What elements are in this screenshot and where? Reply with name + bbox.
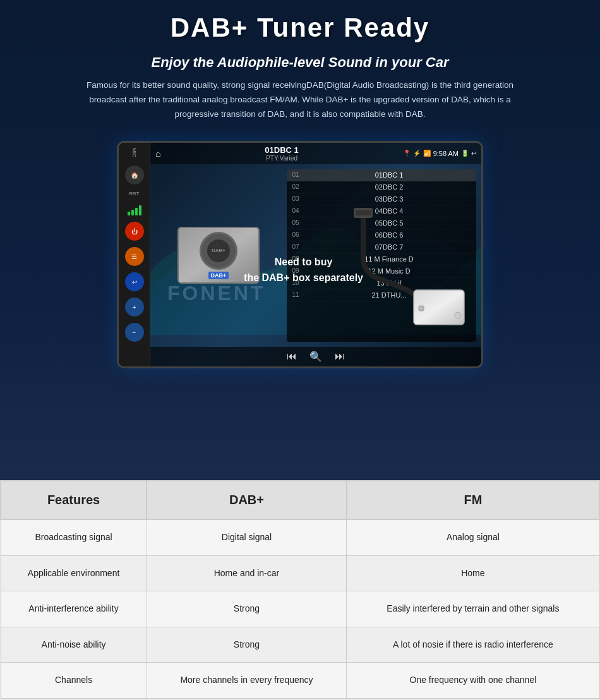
table-row-5: Channels More channels in every frequenc… [1, 663, 599, 699]
station-name: 01DBC 1 [165, 145, 397, 155]
svg-rect-4 [455, 312, 461, 318]
ch-num-2: 02 [291, 183, 301, 190]
channel-item-3[interactable]: 03 03DBC 3 [287, 193, 476, 205]
dab-label: DAB+ [208, 272, 229, 279]
menu-button[interactable]: ☰ [125, 247, 144, 266]
left-controls: MIC 🏠 RST ⏻ ☰ ↩ + − [119, 143, 150, 366]
vol-down-button[interactable]: − [125, 323, 144, 342]
location-icon: 📍 [403, 150, 411, 157]
row1-feature: Broadcasting signal [1, 519, 147, 555]
channel-item-2[interactable]: 02 02DBC 2 [287, 181, 476, 193]
bluetooth-icon: ⚡ [413, 150, 421, 157]
time-display: 9:58 AM [433, 150, 459, 157]
svg-rect-3 [419, 306, 424, 311]
svg-rect-1 [356, 210, 371, 215]
top-section: DAB+ Tuner Ready Enjoy the Audiophile-le… [0, 0, 600, 480]
table-row-3: Anti-interference ability Strong Easily … [1, 591, 599, 627]
row3-feature: Anti-interference ability [1, 591, 147, 627]
row3-fm: Easily interfered by terrain and other s… [347, 591, 599, 627]
top-bar: ⌂ 01DBC 1 PTY:Varied 📍 ⚡ 📶 9:58 AM 🔋 [150, 143, 481, 164]
main-title: DAB+ Tuner Ready [25, 13, 575, 43]
row4-fm: A lot of nosie if there is radio interfe… [347, 627, 599, 663]
next-button[interactable]: ⏭ [335, 351, 345, 362]
comparison-section: Features DAB+ FM Broadcasting signal Dig… [0, 480, 600, 699]
ch-name-2: 02DBC 2 [306, 183, 472, 191]
back-button[interactable]: ↩ [125, 272, 144, 291]
table-row-1: Broadcasting signal Digital signal Analo… [1, 519, 599, 555]
ch-num-1: 01 [291, 171, 301, 178]
col-header-dab: DAB+ [147, 481, 347, 519]
power-button[interactable]: ⏻ [125, 222, 144, 241]
bar3 [135, 208, 138, 215]
speaker-inner: DAB+ [206, 238, 231, 263]
home-button[interactable]: 🏠 [125, 166, 144, 184]
prev-button[interactable]: ⏮ [287, 351, 297, 362]
screen-wrapper: MIC 🏠 RST ⏻ ☰ ↩ + − [117, 141, 483, 368]
status-icons: 📍 ⚡ 📶 9:58 AM 🔋 ↩ [403, 150, 476, 157]
wifi-icon: 📶 [423, 150, 431, 157]
row1-dab: Digital signal [147, 519, 347, 555]
station-info: 01DBC 1 PTY:Varied [165, 145, 397, 162]
mic-label: MIC [131, 148, 137, 157]
ch-name-3: 03DBC 3 [306, 195, 472, 203]
col-header-fm: FM [347, 481, 599, 519]
row5-feature: Channels [1, 663, 147, 699]
bar4 [139, 205, 141, 215]
control-bar: ⏮ 🔍 ⏭ [150, 347, 481, 366]
row1-fm: Analog signal [347, 519, 599, 555]
row5-dab: More channels in every frequency [147, 663, 347, 699]
signal-bars [128, 205, 141, 215]
dab-speaker-label: DAB+ [212, 248, 225, 253]
ch-num-7: 07 [291, 243, 301, 250]
dab-box-image [344, 208, 471, 337]
row5-fm: One frequency with one channel [347, 663, 599, 699]
bar2 [131, 210, 134, 215]
col-header-features: Features [1, 481, 147, 519]
ch-num-4: 04 [291, 207, 301, 214]
ch-num-6: 06 [291, 231, 301, 238]
description: Famous for its better sound quality, str… [85, 78, 515, 122]
ch-num-11: 11 [291, 291, 301, 298]
cable-svg [344, 208, 471, 334]
row4-feature: Anti-noise ability [1, 627, 147, 663]
bar1 [128, 212, 130, 215]
ch-num-5: 05 [291, 219, 301, 226]
row2-dab: Home and in-car [147, 555, 347, 591]
row3-dab: Strong [147, 591, 347, 627]
battery-icon: 🔋 [461, 150, 469, 157]
row2-fm: Home [347, 555, 599, 591]
subtitle: Enjoy the Audiophile-level Sound in your… [25, 54, 575, 71]
pty-info: PTY:Varied [165, 155, 397, 162]
table-row-2: Applicable environment Home and in-car H… [1, 555, 599, 591]
rst-label: RST [129, 191, 140, 196]
radio-speaker: DAB+ [200, 232, 237, 270]
search-button[interactable]: 🔍 [309, 351, 322, 363]
channel-item-1[interactable]: 01 01DBC 1 [287, 169, 476, 181]
house-icon: ⌂ [155, 148, 160, 159]
back-nav-icon[interactable]: ↩ [471, 150, 476, 157]
vol-up-button[interactable]: + [125, 298, 144, 317]
row2-feature: Applicable environment [1, 555, 147, 591]
comparison-table: Features DAB+ FM Broadcasting signal Dig… [0, 480, 600, 699]
row4-dab: Strong [147, 627, 347, 663]
ch-name-1: 01DBC 1 [306, 171, 472, 179]
ch-num-3: 03 [291, 195, 301, 202]
screen-container: MIC 🏠 RST ⏻ ☰ ↩ + − [25, 141, 575, 368]
table-row-4: Anti-noise ability Strong A lot of nosie… [1, 627, 599, 663]
